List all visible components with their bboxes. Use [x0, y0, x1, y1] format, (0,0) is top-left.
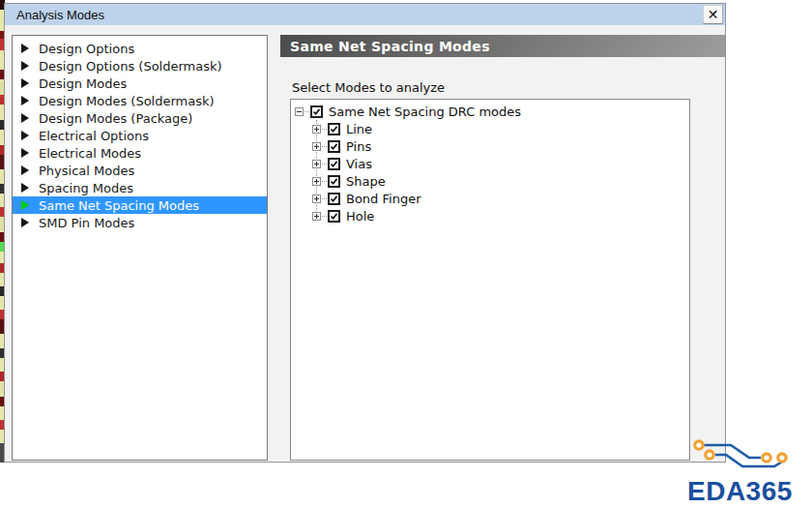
- sidebar-item[interactable]: Design Options: [13, 40, 267, 57]
- checkmark-icon: [330, 160, 338, 168]
- tree-row: Vias: [291, 155, 689, 172]
- tree-item-label[interactable]: Vias: [346, 157, 372, 171]
- checkmark-icon: [330, 194, 338, 203]
- checked-checkbox[interactable]: [328, 193, 340, 205]
- triangle-right-icon: [21, 131, 29, 140]
- tree-stub-line: [322, 216, 327, 217]
- triangle-right-icon: [21, 113, 29, 123]
- triangle-right-icon: [21, 200, 29, 210]
- sidebar-item[interactable]: Physical Modes: [13, 162, 267, 179]
- analysis-modes-dialog: Analysis Modes ✕ Design OptionsDesign Op…: [4, 3, 726, 463]
- tree-row: Same Net Spacing DRC modes: [291, 103, 689, 120]
- checked-checkbox[interactable]: [328, 140, 340, 153]
- tree-item-label[interactable]: Pins: [346, 139, 371, 154]
- sidebar-item-label: Spacing Modes: [39, 181, 133, 195]
- expand-icon[interactable]: [312, 125, 321, 134]
- sidebar-item-label: Physical Modes: [39, 164, 134, 178]
- triangle-right-icon: [21, 218, 29, 227]
- tree-stub-line: [322, 146, 327, 147]
- tree-item-label[interactable]: Same Net Spacing DRC modes: [329, 105, 521, 119]
- checkmark-icon: [330, 212, 338, 221]
- eda365-logo-text: EDA365: [687, 476, 809, 507]
- sidebar-item[interactable]: Design Modes (Soldermask): [13, 92, 267, 109]
- tree-row: Bond Finger: [291, 190, 689, 207]
- checkmark-icon: [312, 107, 321, 116]
- checked-checkbox[interactable]: [328, 158, 340, 170]
- sidebar-item[interactable]: Electrical Options: [13, 127, 267, 144]
- panel-title: Same Net Spacing Modes: [290, 39, 490, 54]
- sidebar-item-label: Electrical Options: [39, 129, 149, 143]
- tree-row: Pins: [291, 137, 689, 155]
- tree-stub-line: [322, 129, 327, 130]
- tree-item-label[interactable]: Line: [346, 122, 372, 136]
- checked-checkbox[interactable]: [310, 105, 323, 118]
- sidebar-item-label: Same Net Spacing Modes: [39, 198, 199, 213]
- tree-stub-line: [322, 198, 327, 199]
- sidebar-item-label: Design Options: [39, 42, 134, 56]
- triangle-right-icon: [21, 96, 29, 105]
- expand-icon[interactable]: [312, 177, 321, 186]
- tree-stub-line: [322, 181, 327, 182]
- tree-row: Hole: [291, 207, 689, 224]
- tree-item-label[interactable]: Shape: [346, 174, 386, 189]
- checkmark-icon: [330, 177, 338, 186]
- expand-icon[interactable]: [312, 142, 321, 151]
- sidebar-item[interactable]: Spacing Modes: [13, 179, 267, 196]
- triangle-right-icon: [21, 148, 29, 158]
- sidebar-item-label: Design Modes: [39, 76, 127, 91]
- tree-row: Line: [291, 120, 689, 137]
- pcb-trace-icon: [682, 435, 809, 474]
- close-button[interactable]: ✕: [703, 5, 723, 24]
- sidebar-item-label: SMD Pin Modes: [39, 216, 134, 230]
- sidebar-item-label: Design Modes (Package): [39, 111, 192, 126]
- checkmark-icon: [330, 142, 338, 151]
- triangle-right-icon: [21, 78, 29, 88]
- triangle-right-icon: [21, 61, 29, 71]
- tree-item-label[interactable]: Bond Finger: [346, 192, 420, 206]
- tree-item-label[interactable]: Hole: [346, 209, 374, 224]
- sidebar-item[interactable]: Electrical Modes: [13, 144, 267, 162]
- select-modes-label: Select Modes to analyze: [292, 80, 445, 95]
- triangle-right-icon: [21, 44, 29, 53]
- sidebar-item-label: Design Modes (Soldermask): [39, 94, 215, 108]
- collapse-icon[interactable]: [295, 107, 304, 116]
- close-icon: ✕: [708, 7, 719, 22]
- tree-row: Shape: [291, 172, 689, 190]
- tree-stub-line: [322, 164, 327, 164]
- sidebar-item-selected[interactable]: Same Net Spacing Modes: [13, 196, 267, 214]
- sidebar-item[interactable]: Design Options (Soldermask): [13, 57, 267, 75]
- checked-checkbox[interactable]: [328, 210, 340, 223]
- screen: Analysis Modes ✕ Design OptionsDesign Op…: [0, 0, 812, 508]
- eda365-logo: EDA365: [682, 435, 809, 507]
- sidebar-item[interactable]: Design Modes: [13, 75, 267, 92]
- checkmark-icon: [330, 125, 338, 134]
- expand-icon[interactable]: [312, 212, 321, 221]
- modes-list: Design OptionsDesign Options (Soldermask…: [12, 35, 268, 461]
- checked-checkbox[interactable]: [328, 123, 340, 135]
- sidebar-item-label: Design Options (Soldermask): [39, 59, 222, 74]
- sidebar-item[interactable]: Design Modes (Package): [13, 109, 267, 127]
- sidebar-item-label: Electrical Modes: [39, 146, 141, 161]
- dialog-titlebar[interactable]: Analysis Modes ✕: [5, 4, 725, 25]
- panel-header: Same Net Spacing Modes: [280, 35, 725, 57]
- triangle-right-icon: [21, 165, 29, 175]
- tree-stub-line: [304, 111, 309, 112]
- sidebar-item[interactable]: SMD Pin Modes: [13, 214, 267, 231]
- dialog-title: Analysis Modes: [16, 8, 104, 22]
- expand-icon[interactable]: [312, 194, 321, 203]
- checked-checkbox[interactable]: [328, 175, 340, 188]
- expand-icon[interactable]: [312, 160, 321, 168]
- modes-tree: Same Net Spacing DRC modesLinePinsViasSh…: [290, 99, 690, 461]
- triangle-right-icon: [21, 183, 29, 193]
